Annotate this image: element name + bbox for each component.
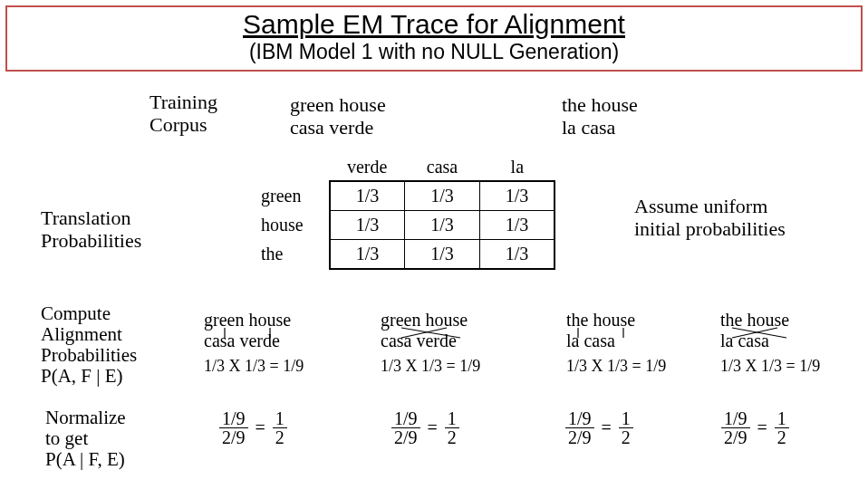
title-sub: (IBM Model 1 with no NULL Generation) xyxy=(7,40,861,64)
cell: 1/3 xyxy=(479,181,555,211)
title-main: Sample EM Trace for Alignment xyxy=(7,9,861,40)
corpus-en: green house xyxy=(290,93,386,116)
corpus-pair-2: the house la casa xyxy=(562,93,638,139)
alignment-block: the house la casa 1/3 X 1/3 = 1/9 xyxy=(566,310,666,376)
frac-den: 2/9 xyxy=(391,428,420,446)
corpus-pair-1: green house casa verde xyxy=(290,93,386,139)
fraction-eq: 1/92/9 = 12 xyxy=(718,409,793,446)
training-corpus-label: TrainingCorpus xyxy=(149,91,217,137)
align-calc: 1/3 X 1/3 = 1/9 xyxy=(566,357,666,376)
frac-num: 1 xyxy=(273,409,287,428)
probability-table: verde casa la green 1/3 1/3 1/3 house 1/… xyxy=(236,154,555,270)
align-calc: 1/3 X 1/3 = 1/9 xyxy=(381,357,480,376)
alignment-block: the house la casa 1/3 X 1/3 = 1/9 xyxy=(720,310,820,376)
frac-den: 2/9 xyxy=(565,428,594,446)
equals-sign: = xyxy=(256,417,265,438)
cell: 1/3 xyxy=(330,211,405,240)
title-box: Sample EM Trace for Alignment (IBM Model… xyxy=(5,5,863,72)
align-es: la casa xyxy=(720,331,820,351)
cell: 1/3 xyxy=(405,181,480,211)
align-en: green house xyxy=(381,310,480,331)
cell: 1/3 xyxy=(405,240,480,270)
frac-num: 1 xyxy=(775,409,789,428)
align-en: the house xyxy=(566,310,666,331)
frac-den: 2 xyxy=(445,428,459,446)
frac-num: 1/9 xyxy=(391,409,420,428)
frac-num: 1/9 xyxy=(721,409,750,428)
cell: 1/3 xyxy=(479,211,555,240)
corpus-en: the house xyxy=(562,93,638,116)
assume-uniform-label: Assume uniforminitial probabilities xyxy=(634,195,786,241)
equals-sign: = xyxy=(602,417,612,438)
row-label: the xyxy=(236,240,330,270)
align-en: the house xyxy=(720,310,820,331)
align-en: green house xyxy=(204,310,304,331)
frac-num: 1 xyxy=(619,409,633,428)
frac-num: 1/9 xyxy=(565,409,594,428)
alignment-block: green house casa verde 1/3 X 1/3 = 1/9 xyxy=(204,310,304,376)
frac-den: 2 xyxy=(273,428,287,446)
cell: 1/3 xyxy=(405,211,480,240)
equals-sign: = xyxy=(428,417,438,438)
corpus-es: la casa xyxy=(562,116,638,139)
fraction-eq: 1/92/9 = 12 xyxy=(388,409,463,446)
frac-den: 2 xyxy=(775,428,789,446)
align-es: casa verde xyxy=(381,331,480,351)
align-calc: 1/3 X 1/3 = 1/9 xyxy=(204,357,304,376)
col-header: verde xyxy=(330,154,405,181)
compute-alignment-label: ComputeAlignmentProbabilitiesP(A, F | E) xyxy=(41,303,137,387)
corpus-es: casa verde xyxy=(290,116,386,139)
frac-num: 1 xyxy=(445,409,459,428)
row-label: house xyxy=(236,211,330,240)
fraction-eq: 1/92/9 = 12 xyxy=(562,409,637,446)
cell: 1/3 xyxy=(330,240,405,270)
alignment-block: green house casa verde 1/3 X 1/3 = 1/9 xyxy=(381,310,480,376)
frac-den: 2/9 xyxy=(721,428,750,446)
align-es: la casa xyxy=(566,331,666,351)
equals-sign: = xyxy=(757,417,767,438)
align-calc: 1/3 X 1/3 = 1/9 xyxy=(720,357,820,376)
cell: 1/3 xyxy=(479,240,555,270)
col-header: la xyxy=(479,154,555,181)
fraction-eq: 1/92/9 = 12 xyxy=(216,409,291,446)
frac-num: 1/9 xyxy=(219,409,248,428)
frac-den: 2/9 xyxy=(219,428,248,446)
translation-probabilities-label: TranslationProbabilities xyxy=(41,206,141,253)
row-label: green xyxy=(236,181,330,211)
normalize-label: Normalizeto getP(A | F, E) xyxy=(45,408,126,470)
col-header: casa xyxy=(405,154,480,181)
frac-den: 2 xyxy=(619,428,633,446)
align-es: casa verde xyxy=(204,331,304,351)
cell: 1/3 xyxy=(330,181,405,211)
